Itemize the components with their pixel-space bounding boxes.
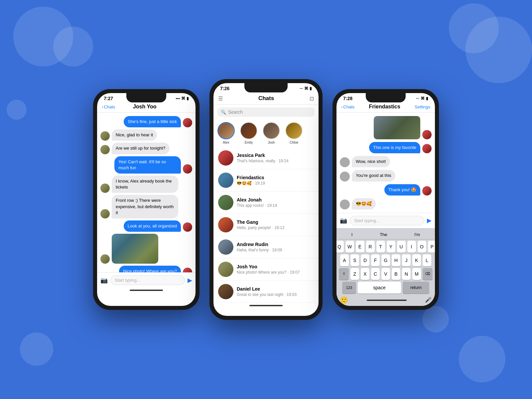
send-button-left[interactable]: ▶ — [188, 277, 192, 284]
message-row: Wow, nice shot! — [340, 156, 432, 167]
back-button-left[interactable]: ‹ Chats — [102, 104, 115, 109]
key-s[interactable]: S — [350, 254, 359, 266]
message-input-right[interactable]: Start typing... — [350, 216, 424, 225]
message-bubble: This one is my favorite — [369, 142, 420, 153]
time-left: 7:27 — [104, 96, 113, 101]
key-a[interactable]: A — [340, 254, 349, 266]
message-row: You're good at this — [340, 170, 432, 181]
key-w[interactable]: W — [345, 241, 354, 253]
chat-preview: This app rocks! · 19:14 — [237, 203, 314, 208]
home-indicator-center — [249, 305, 283, 306]
send-button-right[interactable]: ▶ — [427, 217, 432, 224]
suggestion-i[interactable]: I — [349, 231, 355, 238]
key-v[interactable]: V — [381, 268, 390, 280]
key-y[interactable]: Y — [387, 241, 395, 253]
message-row: Look at you, all organized — [100, 220, 192, 232]
chat-preview: Nice photo! Where are you? · 19:07 — [237, 270, 314, 275]
story-item[interactable]: Emily — [240, 122, 257, 144]
chat-avatar-friendastics — [218, 173, 233, 188]
chat-item[interactable]: Andrew Rudin Haha, that's funny · 19:09 — [213, 236, 319, 258]
key-f[interactable]: F — [371, 254, 380, 266]
message-row: Thank you! 🤩 — [340, 184, 432, 196]
key-m[interactable]: M — [412, 268, 421, 280]
message-row: Are we still up for tonight? — [100, 143, 192, 154]
chevron-left-icon-right: ‹ — [341, 104, 342, 109]
key-i[interactable]: I — [407, 241, 416, 253]
key-123[interactable]: 123 — [342, 282, 356, 294]
key-g[interactable]: G — [381, 254, 390, 266]
key-b[interactable]: B — [392, 268, 400, 280]
chat-avatar-daniel — [218, 284, 233, 299]
phone-right-notch — [366, 93, 406, 102]
chat-avatar-jessica — [218, 150, 233, 166]
story-item[interactable]: Josh — [263, 122, 280, 144]
keyboard-row-1: Q W E R T Y U I O P — [338, 241, 434, 253]
phone-left-screen: 7:27 ▪▪▪ ⌘ ▮ ‹ Chats Josh Yoo She — [97, 93, 196, 306]
avatar — [340, 200, 350, 209]
story-item[interactable]: Alex — [217, 122, 235, 144]
key-p[interactable]: P — [428, 241, 435, 253]
back-button-right[interactable]: ‹ Chats — [341, 104, 354, 109]
chat-item[interactable]: Daniel Lee Great to see you last night ·… — [213, 281, 319, 303]
key-n[interactable]: N — [402, 268, 411, 280]
key-u[interactable]: U — [397, 241, 406, 253]
key-return[interactable]: return — [403, 282, 429, 294]
key-o[interactable]: O — [418, 241, 426, 253]
bg-circle-4 — [466, 17, 532, 83]
chat-name: Daniel Lee — [237, 286, 314, 292]
avatar — [100, 131, 110, 141]
key-x[interactable]: X — [361, 268, 369, 280]
search-bar[interactable]: 🔍 Search — [217, 107, 315, 117]
keyboard-bottom: 🙂 🎤 — [338, 295, 434, 305]
camera-icon-right[interactable]: 📷 — [340, 217, 347, 224]
chat-messages-left: She's fine, just a little sick Nice, gla… — [97, 113, 196, 272]
key-r[interactable]: R — [366, 241, 375, 253]
key-delete[interactable]: ⌫ — [423, 268, 433, 280]
suggestion-im[interactable]: I'm — [412, 231, 423, 238]
key-d[interactable]: D — [361, 254, 369, 266]
chat-item[interactable]: Jessica Park That's hilarious, really · … — [213, 147, 319, 169]
message-input-left[interactable]: Start typing... — [110, 275, 185, 285]
chat-item[interactable]: Alex Jonah This app rocks! · 19:14 — [213, 192, 319, 214]
mic-icon[interactable]: 🎤 — [425, 297, 432, 303]
chat-item[interactable]: The Gang Hello, party people! · 19:12 — [213, 214, 319, 236]
message-bubble: Nice, glad to hear it — [112, 129, 157, 141]
compose-icon[interactable]: ⊡ — [310, 95, 314, 102]
chat-item[interactable]: Josh Yoo Nice photo! Where are you? · 19… — [213, 258, 319, 281]
key-h[interactable]: H — [392, 254, 400, 266]
camera-icon[interactable]: 📷 — [100, 277, 108, 284]
key-l[interactable]: L — [423, 254, 431, 266]
key-space[interactable]: space — [358, 282, 401, 294]
message-row — [100, 234, 192, 264]
suggestion-the[interactable]: The — [377, 231, 390, 238]
key-e[interactable]: E — [356, 241, 364, 253]
settings-button[interactable]: Settings — [415, 104, 430, 109]
key-k[interactable]: K — [412, 254, 421, 266]
key-j[interactable]: J — [402, 254, 411, 266]
message-bubble: I know, Alex already book the tickets — [112, 176, 178, 193]
input-bar-right[interactable]: 📷 Start typing... ▶ — [336, 213, 435, 228]
emoji-icon[interactable]: 🙂 — [340, 296, 348, 304]
message-bubble: Wow, nice shot! — [352, 156, 390, 167]
input-bar-left[interactable]: 📷 Start typing... ▶ — [97, 272, 196, 288]
avatar — [340, 172, 350, 182]
chat-item[interactable]: Friendastics 😎🤩🥰 · 19:19 — [213, 169, 319, 192]
chat-preview: Hello, party people! · 19:12 — [237, 225, 314, 230]
chat-avatar-alexjonah — [218, 195, 233, 210]
key-q[interactable]: Q — [336, 241, 344, 253]
key-shift[interactable]: ⇧ — [339, 268, 349, 280]
chat-name: Jessica Park — [237, 153, 314, 158]
stories-row: Alex Emily Josh Chloe — [213, 119, 319, 147]
message-bubble: Yes! Can't wait. It'll be so much fun — [114, 156, 181, 174]
key-c[interactable]: C — [371, 268, 380, 280]
chat-avatar-joshyoo — [218, 262, 233, 277]
chat-image — [112, 234, 158, 264]
chat-info: Daniel Lee Great to see you last night ·… — [237, 286, 314, 297]
key-z[interactable]: Z — [350, 268, 359, 280]
keyboard-suggestions: I The I'm — [338, 230, 434, 239]
key-t[interactable]: T — [376, 241, 385, 253]
search-input-center[interactable]: Search — [228, 109, 243, 115]
status-icons-right: ··· ⌘ ▮ — [416, 96, 428, 101]
menu-icon[interactable]: ☰ — [218, 95, 223, 102]
story-item[interactable]: Chloe — [285, 122, 303, 144]
